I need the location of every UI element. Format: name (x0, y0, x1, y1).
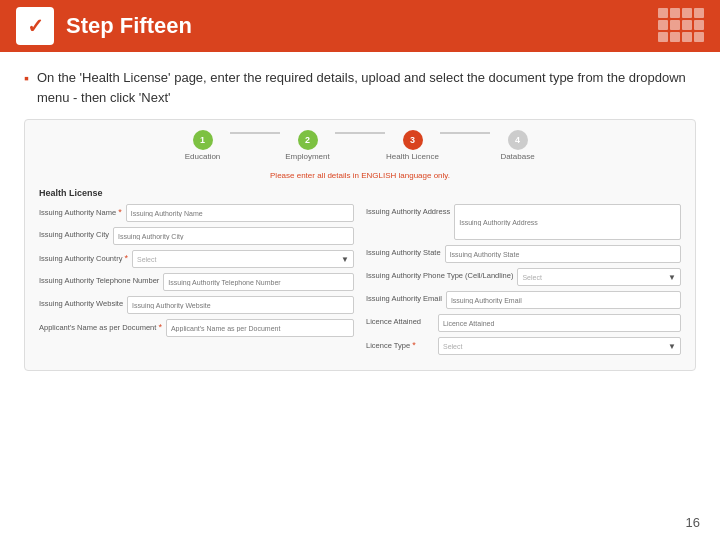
logo-checkmark: ✓ (27, 14, 44, 38)
dropdown-arrow-country: ▼ (341, 255, 349, 264)
page-number: 16 (686, 515, 700, 530)
step-4-circle: 4 (508, 130, 528, 150)
field-label-authority-country: Issuing Authority Country * (39, 250, 128, 265)
field-label-phone-type: Issuing Authority Phone Type (Cell/Landl… (366, 268, 513, 281)
step-education: 1 Education (175, 130, 230, 161)
field-label-licence-attained: Licence Attained (366, 314, 434, 327)
step-1-label: Education (175, 152, 230, 161)
progress-steps: 1 Education 2 Employment 3 Health Licenc… (39, 130, 681, 161)
instruction-text: On the 'Health License' page, enter the … (37, 68, 696, 107)
grid-decoration-icon (658, 8, 704, 42)
input-authority-telephone[interactable] (163, 273, 354, 291)
field-label-authority-address: Issuing Authority Address (366, 204, 450, 217)
field-label-authority-name: Issuing Authority Name * (39, 204, 122, 219)
step-1-circle: 1 (193, 130, 213, 150)
field-label-authority-website: Issuing Authority Website (39, 296, 123, 309)
page-header: ✓ Step Fifteen (0, 0, 720, 52)
step-2-label: Employment (280, 152, 335, 161)
left-column: Issuing Authority Name * Issuing Authori… (39, 204, 354, 360)
page-title: Step Fifteen (66, 13, 192, 39)
field-issuing-authority-website: Issuing Authority Website (39, 296, 354, 314)
step-3-circle: 3 (403, 130, 423, 150)
field-issuing-authority-country: Issuing Authority Country * Select ▼ (39, 250, 354, 268)
input-authority-address[interactable] (454, 204, 681, 240)
select-licence-type[interactable]: Select ▼ (438, 337, 681, 355)
field-label-applicants-name: Applicant's Name as per Document * (39, 319, 162, 334)
input-authority-state[interactable] (445, 245, 681, 263)
input-authority-website[interactable] (127, 296, 354, 314)
input-applicants-name[interactable] (166, 319, 354, 337)
field-label-authority-state: Issuing Authority State (366, 245, 441, 258)
dropdown-arrow-licence-type: ▼ (668, 342, 676, 351)
field-issuing-authority-city: Issuing Authority City (39, 227, 354, 245)
field-issuing-authority-telephone: Issuing Authority Telephone Number (39, 273, 354, 291)
field-licence-attained: Licence Attained (366, 314, 681, 332)
form-container: 1 Education 2 Employment 3 Health Licenc… (24, 119, 696, 371)
main-content: ▪ On the 'Health License' page, enter th… (0, 52, 720, 387)
input-authority-email[interactable] (446, 291, 681, 309)
dropdown-arrow-phone-type: ▼ (668, 273, 676, 282)
step-4-label: Database (490, 152, 545, 161)
field-label-licence-type: Licence Type * (366, 337, 434, 352)
field-issuing-authority-state: Issuing Authority State (366, 245, 681, 263)
field-issuing-authority-name: Issuing Authority Name * (39, 204, 354, 222)
step-line-3 (440, 132, 490, 134)
input-authority-name[interactable] (126, 204, 354, 222)
step-line-2 (335, 132, 385, 134)
field-phone-type: Issuing Authority Phone Type (Cell/Landl… (366, 268, 681, 286)
select-phone-type[interactable]: Select ▼ (517, 268, 681, 286)
instruction-section: ▪ On the 'Health License' page, enter th… (24, 68, 696, 107)
step-3-label: Health Licence (385, 152, 440, 161)
step-database: 4 Database (490, 130, 545, 161)
section-title: Health License (39, 188, 681, 198)
step-health-licence: 3 Health Licence (385, 130, 440, 161)
field-applicants-name: Applicant's Name as per Document * (39, 319, 354, 337)
company-logo: ✓ (16, 7, 54, 45)
field-label-authority-email: Issuing Authority Email (366, 291, 442, 304)
step-employment: 2 Employment (280, 130, 335, 161)
field-label-authority-city: Issuing Authority City (39, 227, 109, 240)
right-column: Issuing Authority Address Issuing Author… (366, 204, 681, 360)
field-issuing-authority-address: Issuing Authority Address (366, 204, 681, 240)
language-notice: Please enter all details in ENGLISH lang… (39, 171, 681, 180)
field-label-authority-telephone: Issuing Authority Telephone Number (39, 273, 159, 286)
input-licence-attained[interactable] (438, 314, 681, 332)
step-2-circle: 2 (298, 130, 318, 150)
select-authority-country[interactable]: Select ▼ (132, 250, 354, 268)
step-line-1 (230, 132, 280, 134)
field-issuing-authority-email: Issuing Authority Email (366, 291, 681, 309)
form-fields: Issuing Authority Name * Issuing Authori… (39, 204, 681, 360)
bullet-icon: ▪ (24, 70, 29, 86)
field-licence-type: Licence Type * Select ▼ (366, 337, 681, 355)
input-authority-city[interactable] (113, 227, 354, 245)
